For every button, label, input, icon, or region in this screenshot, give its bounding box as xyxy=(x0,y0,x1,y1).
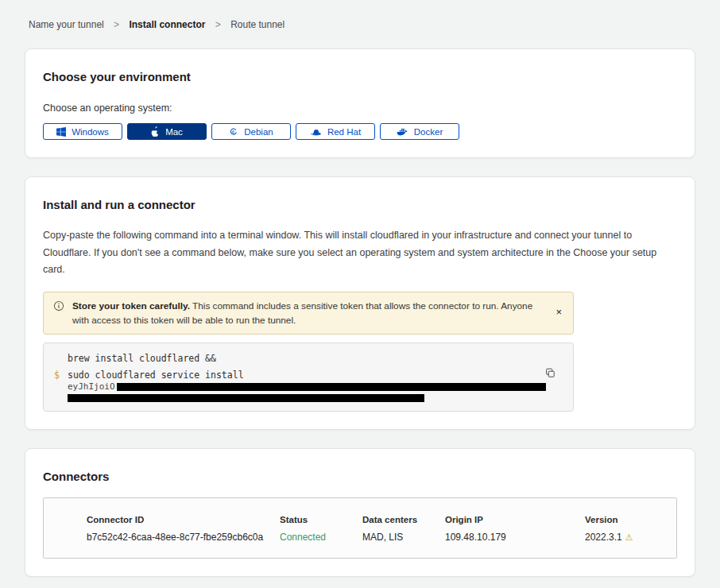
token-line: eyJhIjoiO xyxy=(68,382,538,392)
close-warning-button[interactable]: × xyxy=(552,305,565,319)
breadcrumb-separator: > xyxy=(215,19,221,30)
os-select-label: Choose an operating system: xyxy=(43,103,677,114)
token-line-2 xyxy=(68,393,538,402)
column-header-status: Status xyxy=(280,515,362,524)
connectors-table: Connector ID Status Data centers Origin … xyxy=(43,497,677,559)
token-prefix: eyJhIjoiO xyxy=(68,381,115,392)
install-command-block: brew install cloudflared && $sudo cloudf… xyxy=(43,342,574,412)
breadcrumb-step-name-your-tunnel[interactable]: Name your tunnel xyxy=(29,19,104,30)
connector-data-centers-cell: MAD, LIS xyxy=(362,532,445,543)
connector-status-cell: Connected xyxy=(280,532,362,543)
column-header-connector-id: Connector ID xyxy=(87,515,280,524)
connectors-card-title: Connectors xyxy=(43,470,677,483)
os-button-windows[interactable]: Windows xyxy=(43,123,122,140)
install-instructions: Copy-paste the following command into a … xyxy=(43,227,675,279)
token-warning-title: Store your token carefully. xyxy=(72,300,190,311)
column-header-data-centers: Data centers xyxy=(362,515,445,524)
os-button-label: Mac xyxy=(165,127,183,137)
os-button-label: Red Hat xyxy=(327,127,361,137)
connector-version-cell: 2022.3.1⚠ xyxy=(585,532,676,543)
copy-command-button[interactable] xyxy=(544,366,557,382)
close-icon: × xyxy=(555,306,562,318)
os-button-label: Windows xyxy=(72,127,109,137)
environment-card-title: Choose your environment xyxy=(43,70,677,83)
column-header-origin-ip: Origin IP xyxy=(445,515,585,524)
version-warning-icon: ⚠ xyxy=(625,532,633,542)
os-button-docker[interactable]: Docker xyxy=(380,123,459,140)
connector-id-cell: b7c52c42-6caa-48ee-8c77-fbe259cb6c0a xyxy=(87,532,280,543)
breadcrumb-step-route-tunnel[interactable]: Route tunnel xyxy=(230,19,285,30)
redacted-token-bar xyxy=(68,394,424,402)
os-button-redhat[interactable]: Red Hat xyxy=(296,123,375,140)
os-button-debian[interactable]: Debian xyxy=(211,123,291,140)
token-warning-text: Store your token carefully. This command… xyxy=(72,299,544,328)
connector-origin-ip-cell: 109.48.10.179 xyxy=(445,532,585,543)
copy-icon xyxy=(545,369,555,381)
debian-icon xyxy=(229,127,238,137)
windows-icon xyxy=(56,127,66,137)
breadcrumb-step-install-connector[interactable]: Install connector xyxy=(129,19,205,30)
breadcrumb-separator: > xyxy=(114,19,119,30)
connectors-card: Connectors Connector ID Status Data cent… xyxy=(25,448,695,577)
redhat-icon xyxy=(310,128,322,136)
command-line-2: $sudo cloudflared service install xyxy=(68,369,538,381)
environment-card: Choose your environment Choose an operat… xyxy=(25,48,695,158)
os-button-mac[interactable]: Mac xyxy=(127,123,207,140)
redacted-token-bar xyxy=(117,383,546,391)
column-header-version: Version xyxy=(585,515,676,524)
docker-icon xyxy=(397,127,408,136)
os-button-group: Windows Mac Debian Red Hat Docker xyxy=(43,123,677,140)
command-line-2-text: sudo cloudflared service install xyxy=(68,369,244,381)
token-warning-banner: Store your token carefully. This command… xyxy=(43,292,574,335)
info-icon xyxy=(53,300,64,311)
os-button-label: Docker xyxy=(414,127,443,137)
breadcrumb: Name your tunnel > Install connector > R… xyxy=(0,0,720,30)
install-card: Install and run a connector Copy-paste t… xyxy=(25,176,695,430)
command-line-1: brew install cloudflared && xyxy=(68,353,538,365)
shell-prompt: $ xyxy=(54,369,60,381)
connector-version-value: 2022.3.1 xyxy=(585,532,622,543)
install-card-title: Install and run a connector xyxy=(43,198,677,211)
os-button-label: Debian xyxy=(244,127,273,137)
apple-icon xyxy=(151,126,160,137)
